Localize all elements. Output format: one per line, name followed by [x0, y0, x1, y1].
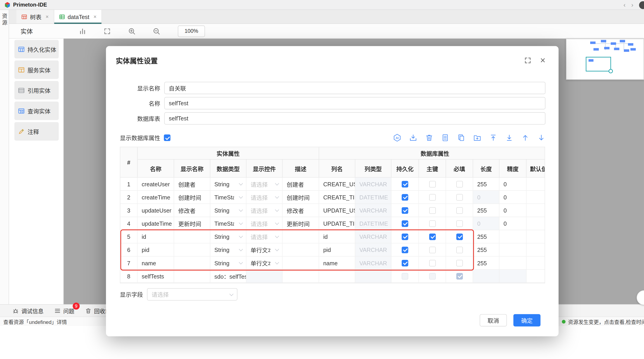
palette-item-service-entity[interactable]: 服务实体	[14, 61, 59, 79]
close-tab-icon[interactable]: ×	[94, 14, 96, 20]
length-cell[interactable]: 255	[473, 243, 499, 256]
desc-cell[interactable]	[283, 230, 319, 243]
data-type-select[interactable]: String	[210, 204, 246, 217]
control-select[interactable]: 单行文本	[246, 256, 283, 270]
resource-strip[interactable]: 资源	[0, 10, 9, 304]
display-name-cell[interactable]: 创建时间	[174, 191, 210, 204]
precision-cell[interactable]: 0	[500, 178, 527, 191]
length-cell[interactable]: 255	[473, 256, 499, 270]
palette-item-persistent-entity[interactable]: 持久化实体	[14, 40, 59, 58]
zoom-out-icon[interactable]	[152, 27, 160, 35]
required-checkbox[interactable]	[456, 220, 463, 227]
ai-assist-icon[interactable]: AI	[393, 134, 401, 142]
required-checkbox[interactable]	[456, 233, 463, 240]
desc-cell[interactable]: 创建者	[283, 178, 319, 191]
persist-checkbox[interactable]	[402, 207, 408, 214]
chart-icon[interactable]	[78, 27, 86, 35]
palette-item-reference-entity[interactable]: 引用实体	[14, 81, 59, 100]
display-field-select[interactable]: 请选择	[147, 288, 238, 300]
column-name-cell[interactable]: CREATE_TIME	[319, 191, 355, 204]
name-cell[interactable]: name	[138, 256, 174, 270]
data-type-select[interactable]: TimeStamp	[210, 191, 246, 204]
add-group-icon[interactable]	[473, 134, 481, 142]
floating-action-button[interactable]	[636, 290, 644, 305]
column-name-cell[interactable]: id	[319, 230, 355, 243]
control-select[interactable]: 请选择	[246, 217, 283, 230]
move-up-icon[interactable]	[521, 134, 529, 142]
name-cell[interactable]: id	[138, 230, 174, 243]
display-name-input[interactable]	[164, 82, 546, 94]
display-name-cell[interactable]	[174, 270, 210, 283]
column-name-cell[interactable]: UPDATE_USER	[319, 204, 355, 217]
cancel-button[interactable]: 取消	[480, 314, 507, 326]
default-cell[interactable]	[526, 204, 545, 217]
primary-key-checkbox[interactable]	[429, 181, 436, 187]
length-cell[interactable]: 255	[473, 230, 499, 243]
confirm-button[interactable]: 确定	[513, 314, 540, 326]
length-cell[interactable]: 255	[473, 178, 499, 191]
desc-cell[interactable]	[283, 270, 319, 283]
display-name-cell[interactable]	[174, 230, 210, 243]
back-icon[interactable]: ‹	[624, 2, 626, 8]
desc-cell[interactable]: 修改者	[283, 204, 319, 217]
default-cell[interactable]	[526, 256, 545, 270]
persist-checkbox[interactable]	[402, 220, 408, 227]
tab-datatest[interactable]: dataTest ×	[54, 10, 102, 24]
db-table-input[interactable]	[164, 112, 546, 125]
detail-list-icon[interactable]	[441, 134, 449, 142]
data-type-select[interactable]: String	[210, 178, 246, 191]
persist-checkbox[interactable]	[402, 260, 408, 266]
import-icon[interactable]	[409, 134, 417, 142]
persist-checkbox[interactable]	[402, 194, 408, 200]
close-icon[interactable]: ×	[540, 56, 546, 65]
precision-cell[interactable]: 0	[500, 204, 527, 217]
required-checkbox[interactable]	[456, 260, 463, 266]
name-cell[interactable]: pid	[138, 243, 174, 256]
data-type-select[interactable]: TimeStamp	[210, 217, 246, 230]
minimap[interactable]	[566, 39, 644, 80]
control-select[interactable]: 请选择	[246, 191, 283, 204]
tab-tree-table[interactable]: 树表 ×	[16, 10, 54, 24]
zoom-in-icon[interactable]	[128, 27, 136, 35]
zoom-level[interactable]: 100%	[178, 25, 205, 37]
move-top-icon[interactable]	[489, 134, 497, 142]
length-cell[interactable]: 255	[473, 204, 499, 217]
primary-key-checkbox[interactable]	[429, 233, 436, 240]
display-name-cell[interactable]	[174, 243, 210, 256]
palette-item-comment[interactable]: 注释	[14, 122, 59, 141]
debug-info-button[interactable]: 调试信息	[12, 306, 44, 315]
persist-checkbox[interactable]	[402, 233, 408, 240]
name-cell[interactable]: createUser	[138, 178, 174, 191]
display-name-cell[interactable]: 更新时间	[174, 217, 210, 230]
fit-screen-icon[interactable]	[103, 27, 111, 35]
display-name-cell[interactable]	[174, 256, 210, 270]
primary-key-checkbox[interactable]	[429, 260, 436, 266]
control-select[interactable]: 请选择	[246, 204, 283, 217]
avatar[interactable]	[639, 1, 644, 9]
default-cell[interactable]	[526, 217, 545, 230]
maximize-icon[interactable]	[524, 57, 531, 64]
primary-key-checkbox[interactable]	[429, 194, 436, 200]
close-tab-icon[interactable]: ×	[46, 14, 49, 20]
required-checkbox[interactable]	[456, 246, 463, 253]
delete-icon[interactable]	[425, 134, 433, 142]
status-right[interactable]: 资源发生变更，点击查看,检查时间	[562, 317, 644, 325]
status-left-text[interactable]: 查看资源「undefined」详情	[4, 317, 67, 325]
data-type-select[interactable]: String	[210, 230, 246, 243]
required-checkbox[interactable]	[456, 181, 463, 187]
column-name-cell[interactable]	[319, 270, 355, 283]
default-cell[interactable]	[526, 243, 545, 256]
persist-checkbox[interactable]	[402, 181, 408, 187]
desc-cell[interactable]	[283, 256, 319, 270]
column-name-cell[interactable]: UPDATE_TIME	[319, 217, 355, 230]
move-bottom-icon[interactable]	[505, 134, 513, 142]
copy-icon[interactable]	[457, 134, 465, 142]
name-input[interactable]	[164, 97, 546, 109]
control-select[interactable]: 单行文本	[246, 243, 283, 256]
data-type-select[interactable]: String	[210, 256, 246, 270]
default-cell[interactable]	[526, 270, 545, 283]
persist-checkbox[interactable]	[402, 246, 408, 253]
column-name-cell[interactable]: pid	[319, 243, 355, 256]
precision-cell[interactable]	[500, 256, 527, 270]
move-down-icon[interactable]	[537, 134, 546, 142]
